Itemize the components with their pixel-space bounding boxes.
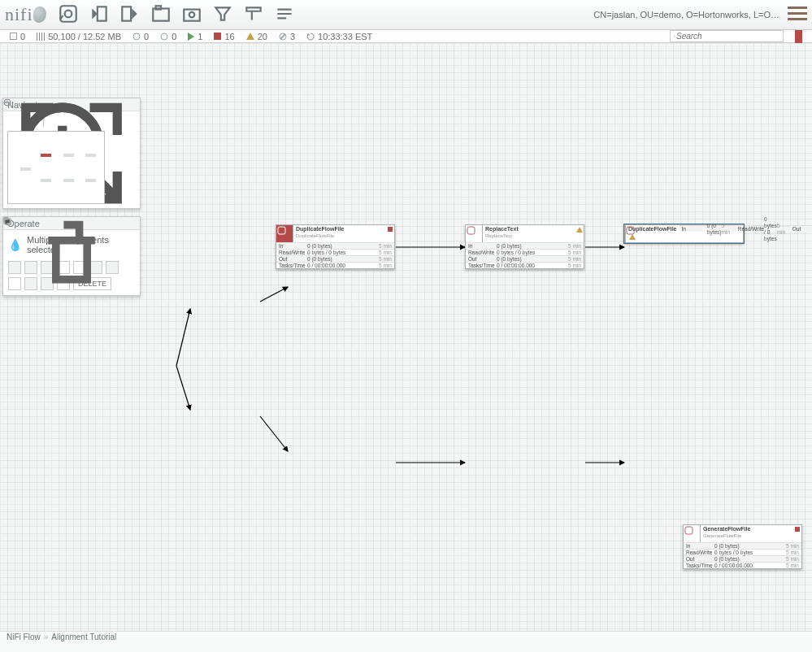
breadcrumb-current[interactable]: Alignment Tutorial bbox=[51, 632, 116, 641]
template-button bbox=[89, 261, 102, 274]
status-disabled: 3 bbox=[279, 32, 295, 41]
svg-line-15 bbox=[260, 287, 288, 302]
status-refresh[interactable]: 10:33:33 EST bbox=[306, 32, 372, 41]
status-stopped: 16 bbox=[214, 32, 234, 41]
add-output-port-icon[interactable] bbox=[119, 3, 141, 26]
svg-rect-1 bbox=[97, 7, 106, 20]
logo-drop-icon bbox=[33, 7, 46, 23]
delete-button[interactable]: DELETE bbox=[73, 277, 111, 290]
stopped-badge bbox=[386, 225, 394, 242]
svg-rect-5 bbox=[184, 10, 200, 21]
stop-button[interactable] bbox=[73, 261, 86, 274]
status-transmitting-out: 0 bbox=[160, 32, 176, 41]
zoom-fit-button[interactable] bbox=[50, 115, 62, 127]
processor-replacetext[interactable]: ReplaceTextReplaceText In0 (0 bytes)5 mi… bbox=[465, 224, 584, 269]
status-groups: 0 bbox=[10, 32, 25, 41]
copy-button[interactable] bbox=[8, 277, 21, 290]
add-funnel-icon[interactable] bbox=[212, 3, 233, 26]
disable-button bbox=[41, 261, 54, 274]
search-input[interactable] bbox=[676, 32, 779, 41]
add-remote-group-icon[interactable] bbox=[181, 3, 202, 26]
group-button bbox=[41, 277, 54, 290]
svg-line-17 bbox=[260, 416, 288, 451]
upload-template-button bbox=[106, 261, 119, 274]
user-identity: CN=jaslan, OU=demo, O=Hortonworks, L=O… bbox=[593, 10, 779, 20]
queued-icon bbox=[37, 33, 45, 41]
operate-title: Operate bbox=[7, 219, 136, 228]
color-button[interactable] bbox=[57, 277, 70, 290]
status-transmitting-in: 0 bbox=[132, 32, 149, 41]
stopped-icon bbox=[214, 33, 221, 40]
processor-duplicateflowfile-2[interactable]: DuplicateFlowFile In0 (0 bytes)5 min Rea… bbox=[624, 224, 744, 243]
svg-point-11 bbox=[161, 33, 167, 40]
add-template-icon[interactable] bbox=[243, 3, 264, 26]
add-process-group-icon[interactable] bbox=[150, 3, 172, 26]
app-logo: nifi bbox=[5, 4, 58, 25]
svg-rect-25 bbox=[685, 527, 693, 534]
warning-badge bbox=[575, 225, 584, 242]
enable-button bbox=[24, 261, 37, 274]
svg-line-16 bbox=[176, 366, 190, 410]
svg-line-14 bbox=[176, 309, 190, 366]
zoom-actual-button[interactable]: 1:1 bbox=[68, 115, 80, 127]
invalid-icon bbox=[246, 33, 254, 40]
stopped-badge bbox=[793, 525, 801, 542]
app-header: nifi CN=jaslan, OU=demo, O=Hortonworks, … bbox=[0, 0, 812, 30]
svg-rect-7 bbox=[788, 7, 807, 9]
navigate-panel: Navigate 1:1 bbox=[2, 98, 141, 209]
svg-rect-0 bbox=[60, 6, 76, 22]
svg-rect-8 bbox=[788, 12, 807, 15]
status-invalid: 20 bbox=[246, 32, 267, 41]
add-processor-icon[interactable] bbox=[58, 3, 79, 26]
running-icon bbox=[188, 33, 194, 41]
breadcrumb-bar: NiFi Flow » Alignment Tutorial bbox=[0, 631, 812, 641]
processor-icon bbox=[684, 525, 701, 542]
add-input-port-icon[interactable] bbox=[89, 3, 110, 26]
zoom-out-button[interactable] bbox=[25, 115, 37, 127]
zoom-in-button[interactable] bbox=[7, 115, 19, 127]
svg-rect-3 bbox=[153, 9, 169, 21]
processor-generateflowfile[interactable]: GenerateFlowFileGenerateFlowFile In0 (0 … bbox=[683, 524, 802, 569]
operate-selection-text: Multiple components selected bbox=[27, 235, 135, 254]
status-running: 1 bbox=[188, 32, 202, 41]
start-button[interactable] bbox=[57, 261, 70, 274]
paste-button bbox=[24, 277, 37, 290]
svg-point-10 bbox=[133, 33, 140, 40]
svg-rect-23 bbox=[467, 227, 475, 234]
component-toolbar bbox=[58, 3, 295, 26]
flow-canvas[interactable]: DuplicateFlowFileDuplicateFlowFile In0 (… bbox=[0, 43, 812, 641]
warning-badge bbox=[628, 233, 636, 240]
birdseye-view[interactable] bbox=[7, 131, 105, 204]
droplet-icon: 💧 bbox=[8, 238, 22, 251]
svg-point-6 bbox=[189, 12, 194, 18]
status-queued: 50,100 / 12.52 MB bbox=[37, 32, 121, 41]
svg-point-13 bbox=[674, 35, 675, 37]
processor-icon bbox=[466, 225, 483, 242]
processor-icon bbox=[276, 225, 293, 242]
breadcrumb-root[interactable]: NiFi Flow bbox=[7, 632, 41, 641]
operate-panel: Operate 💧 Multiple components selected D… bbox=[2, 216, 141, 296]
svg-rect-2 bbox=[122, 7, 131, 20]
add-label-icon[interactable] bbox=[274, 3, 295, 26]
processor-duplicateflowfile-1[interactable]: DuplicateFlowFileDuplicateFlowFile In0 (… bbox=[276, 224, 395, 269]
global-menu-button[interactable] bbox=[788, 7, 807, 23]
configure-button bbox=[8, 261, 21, 274]
navigate-title: Navigate bbox=[7, 100, 136, 110]
search-box[interactable] bbox=[670, 30, 784, 42]
bulletin-indicator[interactable] bbox=[795, 30, 802, 43]
svg-rect-9 bbox=[788, 18, 807, 20]
svg-rect-22 bbox=[278, 227, 285, 234]
flow-status-bar: 0 50,100 / 12.52 MB 0 0 1 16 20 3 10:33:… bbox=[0, 30, 812, 43]
